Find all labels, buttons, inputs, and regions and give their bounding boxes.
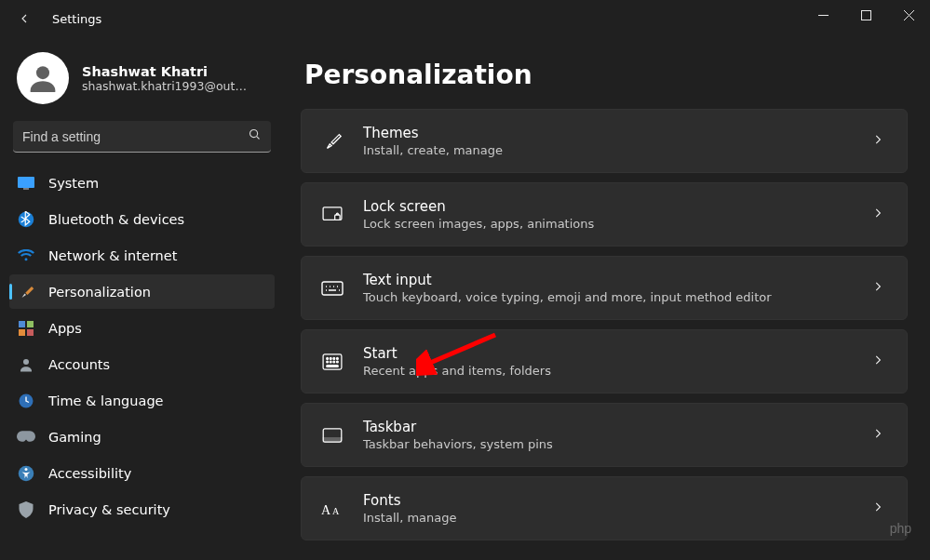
themes-icon — [320, 131, 344, 152]
svg-text:A: A — [332, 506, 340, 516]
card-desc: Install, create, manage — [363, 143, 853, 157]
svg-point-26 — [337, 361, 339, 363]
sidebar-item-label: Personalization — [48, 285, 151, 300]
card-fonts[interactable]: AA Fonts Install, manage — [301, 476, 908, 540]
svg-rect-17 — [322, 282, 343, 295]
maximize-button[interactable] — [844, 0, 887, 30]
card-desc: Touch keyboard, voice typing, emoji and … — [363, 290, 853, 304]
card-title: Start — [363, 345, 853, 362]
chevron-right-icon — [871, 426, 884, 444]
card-title: Lock screen — [363, 198, 853, 215]
nav: System Bluetooth & devices Network & int… — [9, 166, 275, 527]
display-icon — [17, 174, 35, 193]
minimize-button[interactable] — [802, 0, 844, 30]
card-desc: Recent apps and items, folders — [363, 364, 853, 378]
watermark: php — [890, 521, 911, 536]
back-button[interactable] — [17, 11, 32, 26]
svg-point-19 — [327, 357, 329, 359]
svg-rect-1 — [861, 10, 870, 20]
svg-point-23 — [327, 361, 329, 363]
card-title: Text input — [363, 272, 853, 288]
sidebar-item-label: Apps — [48, 321, 82, 336]
svg-point-14 — [25, 468, 28, 471]
lockscreen-icon — [320, 207, 344, 223]
sidebar-item-label: Network & internet — [48, 248, 177, 263]
svg-point-2 — [36, 66, 49, 79]
svg-rect-29 — [323, 437, 342, 441]
svg-point-3 — [250, 130, 258, 138]
card-title: Taskbar — [363, 419, 853, 435]
window-controls — [802, 0, 930, 37]
search-input[interactable] — [13, 121, 271, 153]
sidebar-item-network[interactable]: Network & internet — [9, 238, 275, 273]
sidebar-item-privacy[interactable]: Privacy & security — [9, 492, 275, 527]
sidebar-item-bluetooth[interactable]: Bluetooth & devices — [9, 202, 275, 236]
sidebar-item-label: System — [48, 176, 99, 191]
main-content: Personalization Themes Install, create, … — [284, 37, 930, 560]
card-title: Fonts — [363, 492, 853, 509]
page-title: Personalization — [304, 60, 908, 90]
chevron-right-icon — [871, 500, 884, 517]
svg-rect-9 — [19, 329, 25, 336]
wifi-icon — [17, 247, 35, 265]
sidebar-item-system[interactable]: System — [9, 166, 275, 200]
svg-rect-16 — [335, 215, 340, 220]
svg-rect-5 — [23, 188, 29, 190]
card-lock-screen[interactable]: Lock screen Lock screen images, apps, an… — [301, 182, 908, 247]
sidebar: Shashwat Khatri shashwat.khatri1993@out…… — [0, 37, 284, 560]
svg-point-20 — [330, 357, 331, 359]
sidebar-item-apps[interactable]: Apps — [9, 311, 275, 345]
window-title: Settings — [45, 12, 101, 26]
card-desc: Taskbar behaviors, system pins — [363, 437, 853, 451]
search-field[interactable] — [22, 129, 248, 144]
search-icon — [248, 127, 262, 145]
sidebar-item-accessibility[interactable]: Accessibility — [9, 456, 275, 490]
keyboard-icon — [320, 281, 344, 296]
start-icon — [320, 353, 344, 370]
svg-rect-8 — [27, 321, 34, 327]
svg-rect-4 — [18, 177, 34, 188]
avatar — [17, 52, 69, 104]
svg-text:A: A — [321, 503, 331, 517]
gamepad-icon — [17, 428, 35, 447]
sidebar-item-label: Privacy & security — [48, 502, 170, 517]
card-themes[interactable]: Themes Install, create, manage — [301, 109, 908, 173]
clock-icon — [17, 392, 35, 410]
sidebar-item-label: Gaming — [48, 430, 101, 445]
svg-point-22 — [337, 357, 339, 359]
card-taskbar[interactable]: Taskbar Taskbar behaviors, system pins — [301, 403, 908, 467]
svg-point-11 — [23, 359, 29, 365]
apps-icon — [17, 319, 35, 338]
svg-rect-27 — [327, 365, 339, 367]
sidebar-item-label: Accessibility — [48, 466, 131, 481]
sidebar-item-label: Time & language — [48, 393, 164, 408]
card-desc: Install, manage — [363, 511, 853, 525]
user-card[interactable]: Shashwat Khatri shashwat.khatri1993@out… — [9, 37, 275, 121]
chevron-right-icon — [871, 279, 884, 297]
svg-rect-0 — [818, 15, 829, 16]
sidebar-item-accounts[interactable]: Accounts — [9, 347, 275, 381]
sidebar-item-gaming[interactable]: Gaming — [9, 420, 275, 454]
shield-icon — [17, 500, 35, 519]
svg-point-21 — [333, 357, 335, 359]
fonts-icon: AA — [320, 500, 344, 517]
chevron-right-icon — [871, 206, 884, 223]
user-name: Shashwat Khatri — [82, 64, 247, 79]
sidebar-item-personalization[interactable]: Personalization — [9, 274, 275, 309]
card-start[interactable]: Start Recent apps and items, folders — [301, 329, 908, 393]
svg-rect-7 — [19, 321, 25, 327]
brush-icon — [17, 283, 35, 301]
card-text-input[interactable]: Text input Touch keyboard, voice typing,… — [301, 256, 908, 320]
card-title: Themes — [363, 125, 853, 141]
chevron-right-icon — [871, 132, 884, 150]
svg-point-25 — [333, 361, 335, 363]
sidebar-item-label: Bluetooth & devices — [48, 212, 184, 227]
taskbar-icon — [320, 428, 344, 443]
chevron-right-icon — [871, 353, 884, 370]
sidebar-item-time[interactable]: Time & language — [9, 383, 275, 418]
svg-point-24 — [330, 361, 331, 363]
person-icon — [17, 355, 35, 374]
bluetooth-icon — [17, 210, 35, 229]
titlebar: Settings — [0, 0, 930, 37]
close-button[interactable] — [887, 0, 930, 30]
